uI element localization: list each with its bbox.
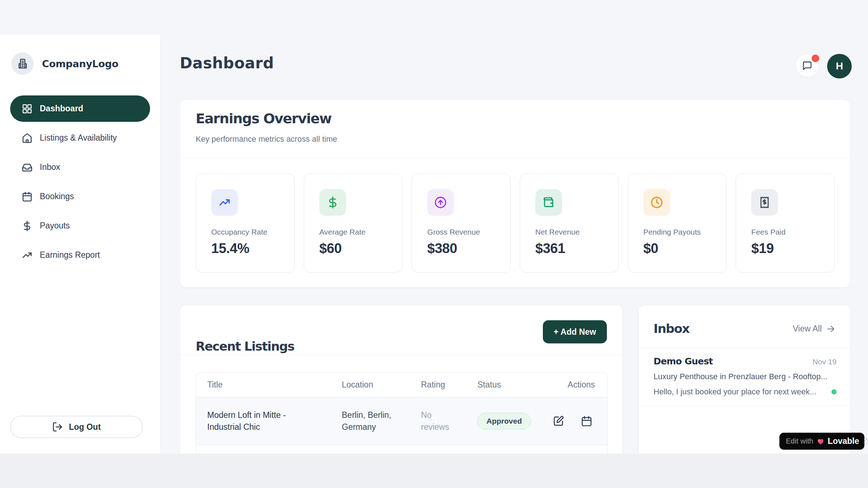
table-header-row: Title Location Rating Status Actions xyxy=(196,373,607,397)
sidebar-item-dashboard[interactable]: Dashboard xyxy=(10,95,150,122)
logo-text: CompanyLogo xyxy=(42,58,118,69)
earnings-overview-subtitle: Key performance metrics across all time xyxy=(196,134,337,144)
sidebar-item-earnings-report[interactable]: Earnings Report xyxy=(10,242,150,268)
metric-card-occupancy-rate: Occupancy Rate 15.4% xyxy=(196,174,295,273)
page-title: Dashboard xyxy=(180,54,274,72)
inbox-card: Inbox View All Demo Guest Nov 19 Luxury … xyxy=(638,305,851,454)
listing-title: Modern Loft in Mitte - Industrial Chic xyxy=(207,409,303,432)
unread-dot xyxy=(831,389,837,394)
listings-table: Title Location Rating Status Actions Mod… xyxy=(196,372,608,454)
metric-label: Gross Revenue xyxy=(427,228,495,236)
metric-label: Average Rate xyxy=(319,228,387,236)
logout-label: Log Out xyxy=(69,422,101,432)
table-row: Modern Loft in Mitte - Industrial Chic B… xyxy=(196,397,607,445)
metric-label: Occupancy Rate xyxy=(211,228,279,236)
metrics-row: Occupancy Rate 15.4% Average Rate $60 xyxy=(196,174,835,273)
message-sender: Demo Guest xyxy=(654,356,713,367)
trending-up-icon xyxy=(211,189,238,216)
dollar-icon xyxy=(319,189,346,216)
sidebar-item-label: Earnings Report xyxy=(40,250,100,260)
message-icon xyxy=(802,61,812,71)
table-row xyxy=(196,445,607,454)
earnings-overview-card: Earnings Overview Key performance metric… xyxy=(180,99,851,288)
metric-card-average-rate: Average Rate $60 xyxy=(304,174,403,273)
inbox-message-item[interactable]: Demo Guest Nov 19 Luxury Penthouse in Pr… xyxy=(639,348,850,406)
message-date: Nov 19 xyxy=(812,358,837,366)
metric-label: Fees Paid xyxy=(751,228,819,236)
sidebar-item-label: Bookings xyxy=(40,192,74,201)
view-all-link[interactable]: View All xyxy=(793,324,835,334)
sidebar-item-label: Inbox xyxy=(40,162,60,172)
close-icon[interactable]: × xyxy=(864,434,868,444)
recent-listings-title: Recent Listings xyxy=(196,339,294,354)
arrow-up-circle-icon xyxy=(427,189,454,216)
company-logo-icon xyxy=(11,52,34,75)
logout-icon xyxy=(52,421,63,432)
inbox-title: Inbox xyxy=(654,321,689,336)
calendar-icon xyxy=(22,191,33,202)
metric-label: Net Revenue xyxy=(535,228,603,236)
logo: CompanyLogo xyxy=(11,52,160,75)
message-preview: Hello, I just booked your place for next… xyxy=(654,387,816,397)
lovable-badge[interactable]: Edit with Lovable × xyxy=(779,433,864,450)
metric-card-fees-paid: Fees Paid $19 xyxy=(736,174,835,273)
arrow-right-icon xyxy=(826,324,835,334)
inbox-icon xyxy=(22,162,33,173)
logout-button[interactable]: Log Out xyxy=(10,416,143,438)
listing-location: Berlin, Berlin, Germany xyxy=(342,409,405,432)
divider xyxy=(639,405,850,406)
notification-dot xyxy=(812,55,819,62)
lovable-prefix: Edit with xyxy=(786,437,813,445)
metric-value: 15.4% xyxy=(211,241,279,256)
calendar-icon[interactable] xyxy=(580,415,593,427)
metric-label: Pending Payouts xyxy=(643,228,711,236)
sidebar-item-bookings[interactable]: Bookings xyxy=(10,183,150,210)
trending-up-icon xyxy=(22,250,33,261)
sidebar-item-label: Listings & Availability xyxy=(40,133,117,143)
lovable-brand: Lovable xyxy=(828,436,859,446)
add-new-button[interactable]: + Add New xyxy=(543,320,607,343)
metric-card-gross-revenue: Gross Revenue $380 xyxy=(412,174,511,273)
metric-value: $19 xyxy=(751,241,819,256)
column-header-status: Status xyxy=(477,380,547,390)
metric-value: $361 xyxy=(535,241,603,256)
metric-value: $0 xyxy=(643,241,711,256)
receipt-icon xyxy=(751,189,778,216)
home-icon xyxy=(22,133,33,144)
recent-listings-card: Recent Listings + Add New Title Location… xyxy=(180,305,623,454)
clock-icon xyxy=(643,189,670,216)
dollar-icon xyxy=(22,221,33,231)
divider xyxy=(180,158,850,158)
metric-card-pending-payouts: Pending Payouts $0 xyxy=(628,174,727,273)
avatar[interactable]: H xyxy=(827,54,852,78)
metric-card-net-revenue: Net Revenue $361 xyxy=(520,174,619,273)
sidebar-item-label: Payouts xyxy=(40,221,70,231)
metric-value: $60 xyxy=(319,241,387,256)
edit-icon[interactable] xyxy=(552,415,565,427)
sidebar: CompanyLogo Dashboard xyxy=(0,35,161,454)
listing-rating: No reviews xyxy=(421,409,459,432)
view-all-label: View All xyxy=(793,324,822,334)
sidebar-item-listings[interactable]: Listings & Availability xyxy=(10,125,150,151)
chat-button[interactable] xyxy=(796,55,818,77)
divider xyxy=(180,355,622,355)
heart-icon xyxy=(817,437,825,445)
column-header-rating: Rating xyxy=(421,380,477,390)
column-header-title: Title xyxy=(207,380,342,390)
wallet-icon xyxy=(535,189,562,216)
column-header-actions: Actions xyxy=(547,380,607,390)
column-header-location: Location xyxy=(342,380,421,390)
app-root: CompanyLogo Dashboard xyxy=(0,0,868,454)
sidebar-item-inbox[interactable]: Inbox xyxy=(10,154,150,180)
sidebar-item-payouts[interactable]: Payouts xyxy=(10,213,150,239)
sidebar-nav: Dashboard Listings & Availability xyxy=(10,95,150,268)
sidebar-item-label: Dashboard xyxy=(40,104,83,114)
earnings-overview-title: Earnings Overview xyxy=(196,111,331,127)
grid-icon xyxy=(22,103,33,114)
status-badge: Approved xyxy=(477,413,531,429)
message-subject: Luxury Penthouse in Prenzlauer Berg - Ro… xyxy=(654,372,837,381)
metric-value: $380 xyxy=(427,241,495,256)
